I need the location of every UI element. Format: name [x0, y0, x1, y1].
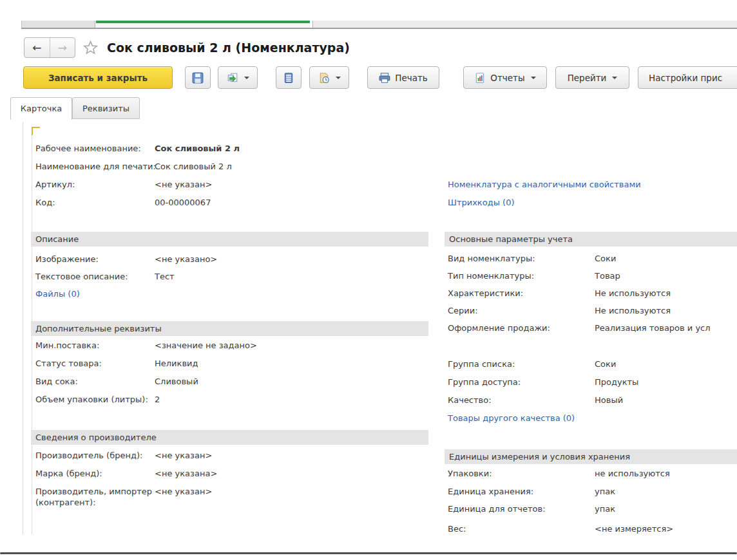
tab-requisites[interactable]: Реквизиты — [72, 97, 140, 119]
field-row: Штрихкоды (0) — [448, 197, 737, 208]
field-label: Упаковки: — [448, 468, 595, 479]
field-value: <не указана> — [155, 468, 217, 479]
arrow-right-icon: → — [58, 42, 67, 53]
tab-requisites-label: Реквизиты — [82, 104, 129, 113]
field-label: Рабочее наименование: — [35, 143, 155, 154]
field-label: Вид сока: — [35, 376, 155, 387]
field-row: Вид сока: Сливовый — [35, 376, 428, 387]
field-value: Тест — [155, 271, 175, 282]
field-value: <значение не задано> — [155, 340, 257, 351]
section-header-additional: Дополнительные реквизиты — [31, 321, 428, 336]
field-row: Файлы (0) — [35, 288, 428, 299]
field-label: Объем упаковки (литры): — [35, 394, 155, 405]
field-label: Код: — [35, 197, 155, 208]
back-button[interactable]: ← — [24, 38, 50, 57]
field-value: 2 — [155, 394, 160, 405]
field-value: Соки — [595, 359, 616, 369]
field-label: Текстовое описание: — [35, 271, 155, 282]
field-row: Производитель, импортер (контрагент): <н… — [35, 486, 428, 508]
similar-nomenclature-link[interactable]: Номенклатура с аналогичными свойствами — [448, 179, 641, 190]
field-value: не используются — [595, 468, 670, 479]
field-label: Характеристики: — [448, 288, 595, 299]
field-value: <не указан> — [155, 486, 212, 508]
field-value: Новый — [595, 395, 623, 406]
field-value: Не используются — [595, 288, 671, 299]
history-nav-group: ← → — [24, 37, 75, 58]
field-value: Соки — [595, 253, 616, 264]
favorite-button[interactable] — [82, 39, 99, 57]
field-value: упак — [595, 503, 615, 514]
save-and-close-button[interactable]: Записать и закрыть — [23, 66, 173, 89]
forward-button[interactable]: → — [50, 38, 75, 57]
window-tab-inactive[interactable] — [21, 21, 95, 28]
field-value: <не указан> — [155, 179, 212, 190]
field-label: Серии: — [448, 305, 595, 316]
field-label: Мин.поставка: — [35, 340, 155, 351]
print-button[interactable]: Печать — [367, 66, 439, 89]
field-label: Единица для отчетов: — [448, 503, 595, 514]
caret-down-icon — [336, 77, 341, 79]
field-label: Вид номенклатуры: — [448, 253, 595, 264]
star-outline-icon — [82, 39, 99, 57]
field-row: Объем упаковки (литры): 2 — [35, 394, 428, 405]
field-row: Тип номенклатуры: Товар — [448, 270, 737, 281]
window-tab-strip — [21, 21, 737, 29]
settings-label: Настройки прис — [649, 73, 722, 83]
field-label: Производитель (бренд): — [35, 450, 155, 461]
field-label: Артикул: — [35, 179, 155, 190]
field-row: Серии: Не используются — [448, 305, 737, 316]
field-row: Вид номенклатуры: Соки — [448, 253, 737, 264]
field-label: Производитель, импортер (контрагент): — [35, 486, 155, 508]
files-link[interactable]: Файлы (0) — [35, 288, 80, 299]
settings-button[interactable]: Настройки прис — [638, 66, 737, 89]
field-label: Группа доступа: — [448, 377, 595, 387]
field-value: Не используются — [595, 305, 671, 316]
navigate-button[interactable]: Перейти — [555, 66, 629, 89]
field-row: Упаковки: не используются — [448, 468, 737, 479]
barcodes-link[interactable]: Штрихкоды (0) — [448, 197, 514, 208]
field-value: упак — [595, 486, 615, 497]
field-value: Сок сливовый 2 л — [155, 143, 240, 154]
field-row: Производитель (бренд): <не указан> — [35, 450, 428, 461]
field-row: Наименование для печати: Сок сливовый 2 … — [35, 161, 428, 172]
field-label: Тип номенклатуры: — [448, 270, 595, 281]
document-clock-icon — [318, 72, 330, 84]
field-label: Качество: — [448, 395, 595, 406]
section-header-manufacturer: Сведения о производителе — [31, 430, 428, 445]
document-lines-icon — [283, 72, 294, 84]
field-label: Вес: — [448, 523, 595, 534]
field-row: Группа списка: Соки — [448, 359, 737, 369]
field-value: Реализация товаров и усл — [595, 322, 711, 333]
reports-button[interactable]: Отчеты — [463, 66, 547, 89]
navigate-label: Перейти — [568, 73, 607, 83]
field-row: Артикул: <не указан> — [35, 179, 428, 190]
section-header-units: Единицы измерения и условия хранения — [445, 449, 737, 464]
document-green-arrow-icon — [227, 72, 238, 84]
field-label: Изображение: — [35, 254, 155, 265]
show-in-list-button[interactable] — [276, 66, 302, 89]
field-row: Марка (бренд): <не указана> — [35, 468, 428, 479]
page-title: Сок сливовый 2 л (Номенклатура) — [107, 37, 350, 58]
floppy-disk-icon — [192, 72, 204, 84]
field-label: Группа списка: — [448, 359, 595, 369]
field-row: Статус товара: Неликвид — [35, 358, 428, 369]
tab-card[interactable]: Карточка — [10, 97, 72, 120]
other-quality-goods-link[interactable]: Товары другого качества (0) — [448, 413, 575, 424]
change-history-button[interactable] — [309, 66, 349, 89]
app-window: ← → Сок сливовый 2 л (Номенклатура) Запи… — [0, 0, 737, 560]
save-button[interactable] — [185, 66, 211, 89]
create-based-on-button[interactable] — [218, 66, 258, 89]
printer-icon — [379, 73, 390, 83]
window-tab-active[interactable] — [96, 21, 310, 28]
field-label: Единица хранения: — [448, 486, 595, 497]
field-value: <не указано> — [155, 254, 217, 265]
caret-down-icon — [612, 77, 617, 79]
field-label: Марка (бренд): — [35, 468, 155, 479]
field-row: Группа доступа: Продукты — [448, 377, 737, 387]
save-and-close-label: Записать и закрыть — [48, 73, 148, 83]
focus-corner-marker — [32, 127, 40, 135]
window-bottom-edge — [0, 552, 737, 554]
window-tab-area — [312, 21, 737, 28]
field-row: Характеристики: Не используются — [448, 288, 737, 299]
field-label: Наименование для печати: — [35, 161, 155, 172]
